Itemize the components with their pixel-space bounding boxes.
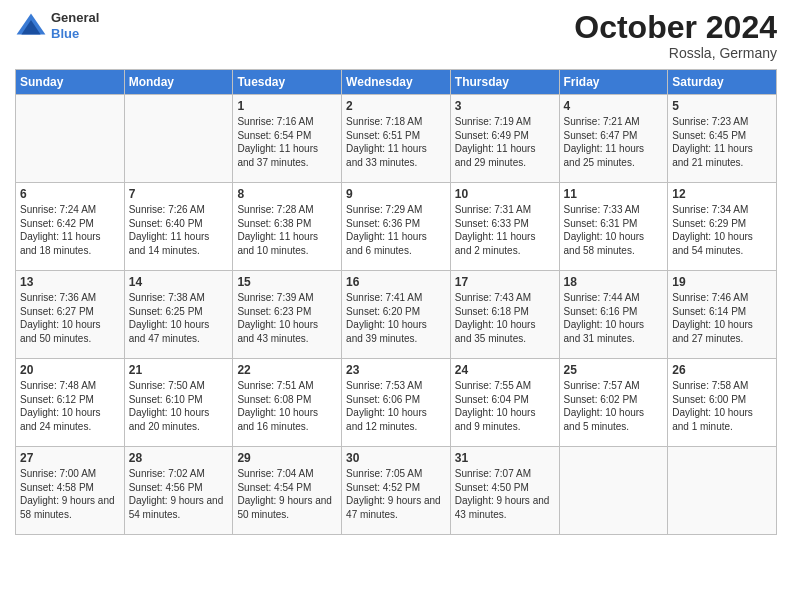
cell-content: Sunrise: 7:05 AM Sunset: 4:52 PM Dayligh… (346, 467, 446, 521)
cell-content: Sunrise: 7:48 AM Sunset: 6:12 PM Dayligh… (20, 379, 120, 433)
day-number: 4 (564, 99, 664, 113)
calendar-cell: 21Sunrise: 7:50 AM Sunset: 6:10 PM Dayli… (124, 359, 233, 447)
cell-content: Sunrise: 7:51 AM Sunset: 6:08 PM Dayligh… (237, 379, 337, 433)
cell-content: Sunrise: 7:39 AM Sunset: 6:23 PM Dayligh… (237, 291, 337, 345)
calendar-cell: 4Sunrise: 7:21 AM Sunset: 6:47 PM Daylig… (559, 95, 668, 183)
day-number: 17 (455, 275, 555, 289)
calendar-cell: 19Sunrise: 7:46 AM Sunset: 6:14 PM Dayli… (668, 271, 777, 359)
header-cell-wednesday: Wednesday (342, 70, 451, 95)
calendar-cell (124, 95, 233, 183)
calendar-cell: 14Sunrise: 7:38 AM Sunset: 6:25 PM Dayli… (124, 271, 233, 359)
day-number: 29 (237, 451, 337, 465)
day-number: 13 (20, 275, 120, 289)
calendar-cell: 22Sunrise: 7:51 AM Sunset: 6:08 PM Dayli… (233, 359, 342, 447)
calendar-cell: 20Sunrise: 7:48 AM Sunset: 6:12 PM Dayli… (16, 359, 125, 447)
calendar-cell: 31Sunrise: 7:07 AM Sunset: 4:50 PM Dayli… (450, 447, 559, 535)
logo: General Blue (15, 10, 99, 41)
day-number: 19 (672, 275, 772, 289)
calendar-cell: 25Sunrise: 7:57 AM Sunset: 6:02 PM Dayli… (559, 359, 668, 447)
header-row: SundayMondayTuesdayWednesdayThursdayFrid… (16, 70, 777, 95)
cell-content: Sunrise: 7:31 AM Sunset: 6:33 PM Dayligh… (455, 203, 555, 257)
week-row-1: 1Sunrise: 7:16 AM Sunset: 6:54 PM Daylig… (16, 95, 777, 183)
cell-content: Sunrise: 7:28 AM Sunset: 6:38 PM Dayligh… (237, 203, 337, 257)
calendar-cell: 17Sunrise: 7:43 AM Sunset: 6:18 PM Dayli… (450, 271, 559, 359)
cell-content: Sunrise: 7:33 AM Sunset: 6:31 PM Dayligh… (564, 203, 664, 257)
header-cell-thursday: Thursday (450, 70, 559, 95)
calendar-cell: 18Sunrise: 7:44 AM Sunset: 6:16 PM Dayli… (559, 271, 668, 359)
calendar-cell: 10Sunrise: 7:31 AM Sunset: 6:33 PM Dayli… (450, 183, 559, 271)
cell-content: Sunrise: 7:24 AM Sunset: 6:42 PM Dayligh… (20, 203, 120, 257)
header-cell-tuesday: Tuesday (233, 70, 342, 95)
calendar-cell: 5Sunrise: 7:23 AM Sunset: 6:45 PM Daylig… (668, 95, 777, 183)
week-row-2: 6Sunrise: 7:24 AM Sunset: 6:42 PM Daylig… (16, 183, 777, 271)
month-year: October 2024 (574, 10, 777, 45)
cell-content: Sunrise: 7:19 AM Sunset: 6:49 PM Dayligh… (455, 115, 555, 169)
day-number: 7 (129, 187, 229, 201)
week-row-4: 20Sunrise: 7:48 AM Sunset: 6:12 PM Dayli… (16, 359, 777, 447)
cell-content: Sunrise: 7:04 AM Sunset: 4:54 PM Dayligh… (237, 467, 337, 521)
day-number: 18 (564, 275, 664, 289)
cell-content: Sunrise: 7:58 AM Sunset: 6:00 PM Dayligh… (672, 379, 772, 433)
cell-content: Sunrise: 7:26 AM Sunset: 6:40 PM Dayligh… (129, 203, 229, 257)
title-block: October 2024 Rossla, Germany (574, 10, 777, 61)
day-number: 10 (455, 187, 555, 201)
week-row-3: 13Sunrise: 7:36 AM Sunset: 6:27 PM Dayli… (16, 271, 777, 359)
cell-content: Sunrise: 7:36 AM Sunset: 6:27 PM Dayligh… (20, 291, 120, 345)
week-row-5: 27Sunrise: 7:00 AM Sunset: 4:58 PM Dayli… (16, 447, 777, 535)
calendar-body: 1Sunrise: 7:16 AM Sunset: 6:54 PM Daylig… (16, 95, 777, 535)
cell-content: Sunrise: 7:41 AM Sunset: 6:20 PM Dayligh… (346, 291, 446, 345)
calendar-cell: 23Sunrise: 7:53 AM Sunset: 6:06 PM Dayli… (342, 359, 451, 447)
header-cell-monday: Monday (124, 70, 233, 95)
calendar-cell: 16Sunrise: 7:41 AM Sunset: 6:20 PM Dayli… (342, 271, 451, 359)
cell-content: Sunrise: 7:57 AM Sunset: 6:02 PM Dayligh… (564, 379, 664, 433)
day-number: 8 (237, 187, 337, 201)
calendar-cell: 9Sunrise: 7:29 AM Sunset: 6:36 PM Daylig… (342, 183, 451, 271)
day-number: 25 (564, 363, 664, 377)
day-number: 2 (346, 99, 446, 113)
calendar-cell: 30Sunrise: 7:05 AM Sunset: 4:52 PM Dayli… (342, 447, 451, 535)
calendar-cell: 1Sunrise: 7:16 AM Sunset: 6:54 PM Daylig… (233, 95, 342, 183)
calendar-header: SundayMondayTuesdayWednesdayThursdayFrid… (16, 70, 777, 95)
logo-icon (15, 12, 47, 40)
calendar-cell: 12Sunrise: 7:34 AM Sunset: 6:29 PM Dayli… (668, 183, 777, 271)
calendar-cell: 28Sunrise: 7:02 AM Sunset: 4:56 PM Dayli… (124, 447, 233, 535)
cell-content: Sunrise: 7:02 AM Sunset: 4:56 PM Dayligh… (129, 467, 229, 521)
day-number: 14 (129, 275, 229, 289)
day-number: 1 (237, 99, 337, 113)
cell-content: Sunrise: 7:29 AM Sunset: 6:36 PM Dayligh… (346, 203, 446, 257)
cell-content: Sunrise: 7:43 AM Sunset: 6:18 PM Dayligh… (455, 291, 555, 345)
cell-content: Sunrise: 7:34 AM Sunset: 6:29 PM Dayligh… (672, 203, 772, 257)
cell-content: Sunrise: 7:38 AM Sunset: 6:25 PM Dayligh… (129, 291, 229, 345)
day-number: 9 (346, 187, 446, 201)
calendar-cell: 15Sunrise: 7:39 AM Sunset: 6:23 PM Dayli… (233, 271, 342, 359)
cell-content: Sunrise: 7:44 AM Sunset: 6:16 PM Dayligh… (564, 291, 664, 345)
cell-content: Sunrise: 7:18 AM Sunset: 6:51 PM Dayligh… (346, 115, 446, 169)
calendar-cell: 29Sunrise: 7:04 AM Sunset: 4:54 PM Dayli… (233, 447, 342, 535)
calendar-cell: 3Sunrise: 7:19 AM Sunset: 6:49 PM Daylig… (450, 95, 559, 183)
day-number: 21 (129, 363, 229, 377)
day-number: 23 (346, 363, 446, 377)
calendar-cell (668, 447, 777, 535)
cell-content: Sunrise: 7:23 AM Sunset: 6:45 PM Dayligh… (672, 115, 772, 169)
day-number: 3 (455, 99, 555, 113)
cell-content: Sunrise: 7:07 AM Sunset: 4:50 PM Dayligh… (455, 467, 555, 521)
location: Rossla, Germany (574, 45, 777, 61)
day-number: 28 (129, 451, 229, 465)
day-number: 22 (237, 363, 337, 377)
calendar-cell: 7Sunrise: 7:26 AM Sunset: 6:40 PM Daylig… (124, 183, 233, 271)
cell-content: Sunrise: 7:00 AM Sunset: 4:58 PM Dayligh… (20, 467, 120, 521)
header-cell-friday: Friday (559, 70, 668, 95)
cell-content: Sunrise: 7:21 AM Sunset: 6:47 PM Dayligh… (564, 115, 664, 169)
day-number: 27 (20, 451, 120, 465)
cell-content: Sunrise: 7:50 AM Sunset: 6:10 PM Dayligh… (129, 379, 229, 433)
day-number: 24 (455, 363, 555, 377)
day-number: 16 (346, 275, 446, 289)
day-number: 11 (564, 187, 664, 201)
calendar-cell (16, 95, 125, 183)
cell-content: Sunrise: 7:46 AM Sunset: 6:14 PM Dayligh… (672, 291, 772, 345)
cell-content: Sunrise: 7:53 AM Sunset: 6:06 PM Dayligh… (346, 379, 446, 433)
header-cell-sunday: Sunday (16, 70, 125, 95)
calendar-cell (559, 447, 668, 535)
calendar-cell: 13Sunrise: 7:36 AM Sunset: 6:27 PM Dayli… (16, 271, 125, 359)
day-number: 31 (455, 451, 555, 465)
